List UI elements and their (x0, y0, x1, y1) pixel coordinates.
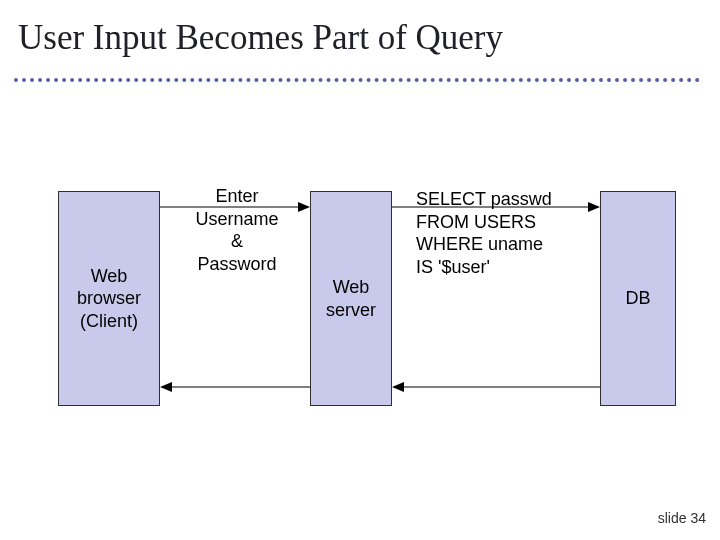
slide: User Input Becomes Part of Query Web bro… (0, 0, 720, 540)
client-box: Web browser (Client) (58, 191, 160, 406)
arrow-server-to-db-icon (392, 200, 600, 214)
title-rule (14, 78, 700, 82)
db-box-label: DB (625, 287, 650, 310)
svg-marker-1 (298, 202, 310, 212)
arrow-server-to-client-icon (160, 380, 310, 394)
webserver-box: Web server (310, 191, 392, 406)
arrow-client-to-server-icon (160, 200, 310, 214)
webserver-box-label: Web server (326, 276, 376, 321)
slide-number: slide 34 (658, 510, 706, 526)
svg-marker-5 (160, 382, 172, 392)
svg-marker-7 (392, 382, 404, 392)
arrow-db-to-server-icon (392, 380, 600, 394)
svg-marker-3 (588, 202, 600, 212)
db-box: DB (600, 191, 676, 406)
enter-label: Enter Username & Password (182, 185, 292, 275)
client-box-label: Web browser (Client) (77, 265, 141, 333)
slide-title: User Input Becomes Part of Query (18, 18, 503, 58)
